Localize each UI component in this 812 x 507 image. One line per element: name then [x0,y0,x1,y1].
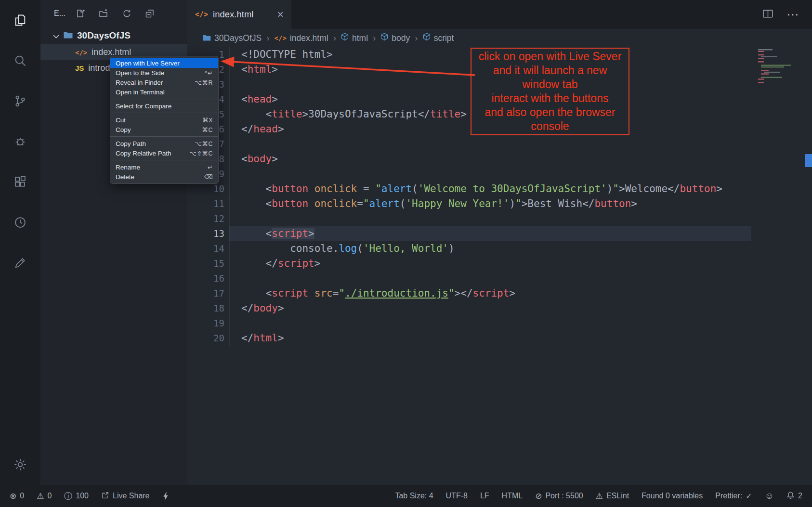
line-content[interactable]: <button onclick = "alert('Welcome to 30D… [229,182,751,196]
menu-item-copy-relative-path[interactable]: Copy Relative Path⌥⇧⌘C [110,148,218,158]
lightning-bolt-icon[interactable] [162,492,169,501]
search-icon[interactable] [0,40,40,81]
tab-size-indicator[interactable]: Tab Size: 4 [395,492,433,500]
refresh-icon[interactable] [121,8,132,19]
code-line-17[interactable]: 17 <script src="./introduction.js"></scr… [187,286,751,301]
collapse-folders-icon[interactable] [144,8,155,19]
code-line-7[interactable]: 7 [187,137,751,152]
new-file-icon[interactable] [75,8,86,19]
problems-errors[interactable]: ⊗ 0 [10,492,24,500]
code-line-9[interactable]: 9 [187,167,751,182]
code-line-13[interactable]: 13 <script> [187,226,751,241]
eslint-label: ESLint [606,492,629,500]
line-number[interactable]: 13 [187,226,224,241]
line-number[interactable]: 20 [187,331,224,346]
problems-info[interactable]: ⓘ 100 [64,492,89,500]
line-content[interactable] [229,316,751,331]
code-line-11[interactable]: 11 <button onclick="alert('Happy New Yea… [187,196,751,211]
feedback-smiley-icon[interactable]: ☺ [765,491,774,501]
split-editor-icon[interactable] [763,10,773,20]
run-debug-icon[interactable] [0,121,40,162]
menu-item-cut[interactable]: Cut⌘X [110,115,218,125]
code-line-15[interactable]: 15 </script> [187,256,751,271]
line-number[interactable]: 17 [187,286,224,301]
language-mode-indicator[interactable]: HTML [502,492,523,500]
extensions-icon[interactable] [0,162,40,202]
variables-status[interactable]: Found 0 variables [642,492,703,500]
code-line-16[interactable]: 16 [187,271,751,286]
explorer-icon[interactable] [0,0,40,40]
chevron-down-icon[interactable] [53,30,59,41]
notifications-bell[interactable]: 2 [786,491,802,501]
minimap[interactable] [757,49,801,92]
line-content[interactable] [229,137,751,152]
menu-item-open-to-the-side[interactable]: Open to the Side^↵ [110,68,218,78]
new-folder-icon[interactable] [98,8,109,19]
menu-item-delete[interactable]: Delete⌫ [110,172,218,182]
close-icon[interactable]: × [277,9,284,20]
menu-item-copy[interactable]: Copy⌘C [110,125,218,134]
code-line-18[interactable]: 18</body> [187,301,751,316]
code-line-14[interactable]: 14 console.log('Hello, World') [187,241,751,256]
code-line-2[interactable]: 2<html> [187,62,751,77]
encoding-indicator[interactable]: UTF-8 [446,492,468,500]
breadcrumb-item-script[interactable]: script [423,33,454,43]
line-number[interactable]: 19 [187,316,224,331]
line-number[interactable]: 15 [187,256,224,271]
live-share-label: Live Share [113,492,150,500]
line-number[interactable]: 18 [187,301,224,316]
menu-item-select-for-compare[interactable]: Select for Compare [110,101,218,111]
code-token: </ [241,123,253,135]
line-number[interactable]: 11 [187,196,224,211]
line-content[interactable]: console.log('Hello, World') [229,241,751,256]
code-line-5[interactable]: 5 <title>30DaysOfJavaScript</title> [187,107,751,122]
menu-item-rename[interactable]: Rename↵ [110,162,218,172]
tab-label: index.html [213,9,253,20]
line-number[interactable]: 12 [187,211,224,226]
line-content[interactable]: </script> [229,256,751,271]
code-line-6[interactable]: 6</head> [187,122,751,137]
line-content[interactable]: <script src="./introduction.js"></script… [229,286,751,301]
tab-index-html[interactable]: </> index.html × [187,0,291,29]
live-share-button[interactable]: Live Share [101,491,150,501]
line-content[interactable] [229,167,751,182]
prettier-status[interactable]: Prettier: ✓ [715,492,752,501]
line-content[interactable]: <button onclick="alert('Happy New Year!'… [229,196,751,211]
menu-item-copy-path[interactable]: Copy Path⌥⌘C [110,139,218,148]
source-control-icon[interactable] [0,81,40,121]
code-line-8[interactable]: 8<body> [187,152,751,167]
code-line-4[interactable]: 4<head> [187,92,751,107]
line-content[interactable]: <body> [229,152,751,167]
settings-gear-icon[interactable] [0,444,40,485]
project-root-row[interactable]: 30DaysOfJS [40,27,187,44]
scrollbar-decoration[interactable] [805,154,812,167]
line-content[interactable] [229,271,751,286]
menu-item-open-in-terminal[interactable]: Open in Terminal [110,87,218,97]
live-server-port[interactable]: ⊘ Port : 5500 [535,492,583,500]
line-content[interactable] [229,211,751,226]
menu-item-reveal-in-finder[interactable]: Reveal in Finder⌥⌘R [110,78,218,87]
history-clock-icon[interactable] [0,202,40,243]
more-actions-icon[interactable]: ⋯ [786,7,799,22]
breadcrumb-item-html[interactable]: html [341,33,368,43]
menu-item-open-with-live-server[interactable]: Open with Live Server [110,58,218,68]
line-number[interactable]: 16 [187,271,224,286]
eslint-status[interactable]: ⚠ ESLint [596,492,629,500]
line-number[interactable]: 14 [187,241,224,256]
breadcrumb-item-body[interactable]: body [380,33,410,43]
line-content[interactable]: <script> [229,226,751,241]
code-line-10[interactable]: 10 <button onclick = "alert('Welcome to … [187,182,751,196]
problems-warnings[interactable]: ⚠ 0 [37,492,52,500]
line-content[interactable]: </html> [229,331,751,346]
pen-icon[interactable] [0,243,40,283]
eol-indicator[interactable]: LF [480,492,489,500]
code-token: > [302,108,308,120]
code-line-20[interactable]: 20</html> [187,331,751,346]
code-line-1[interactable]: 1<!DOCTYPE html> [187,47,751,62]
breadcrumb-item-file[interactable]: </> index.html [275,33,328,43]
line-content[interactable]: </body> [229,301,751,316]
breadcrumb-item-project[interactable]: 30DaysOfJS [203,33,262,43]
code-line-19[interactable]: 19 [187,316,751,331]
code-line-3[interactable]: 3 [187,77,751,92]
code-line-12[interactable]: 12 [187,211,751,226]
